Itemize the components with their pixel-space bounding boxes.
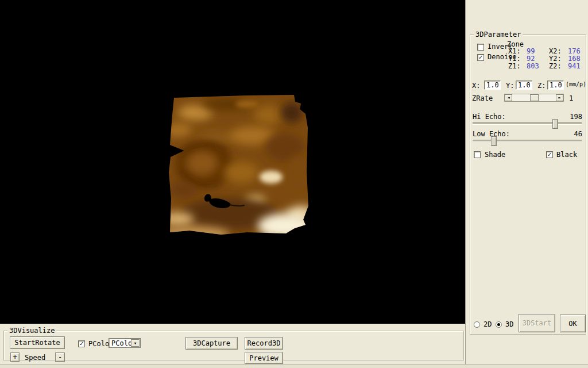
3dcapture-button[interactable]: 3DCapture [185,337,238,350]
zone-z1-label: Z1: [508,62,521,70]
radio-3d[interactable] [496,321,502,328]
zrate-left-arrow-icon[interactable]: ◄ [505,94,512,101]
render-viewport[interactable] [0,0,465,324]
speed-minus-button[interactable]: - [55,352,65,362]
zone-y2-value: 168 [568,55,581,63]
zone-z1-value: 803 [527,62,539,70]
zone-z2-value: 941 [568,62,581,70]
hi-echo-thumb[interactable] [552,119,558,129]
3dstart-button[interactable]: 3DStart [519,314,555,332]
black-checkbox[interactable]: ✓ [546,151,553,158]
app-window: { "colors": { "panel_bg": "#ece9d8", "vi… [0,0,588,368]
ultrasound-3d-render [0,0,465,324]
low-echo-thumb[interactable] [491,136,497,146]
invert-checkbox[interactable] [477,44,484,51]
low-echo-value: 46 [574,130,582,138]
zone-y1-value: 92 [527,55,535,63]
zrate-label: ZRate [472,94,493,102]
3dvisualize-groupbox: 3DVisualize StartRotate + Speed - ✓ PCol… [3,331,464,361]
scale-x-input[interactable] [484,80,501,90]
zone-y1-label: Y1: [508,55,521,63]
radio-2d[interactable] [474,321,480,328]
zrate-value: 1 [569,94,573,102]
denoise-checkbox[interactable]: ✓ [477,54,484,61]
speed-label: Speed [25,354,45,362]
shade-label: Shade [485,151,505,159]
zone-y2-label: Y2: [549,55,562,63]
radio-2d-label: 2D [483,320,492,328]
black-label: Black [556,151,577,159]
scale-unit-label: (mm/p) [566,81,586,87]
pcolor-combobox[interactable]: PColor ▼ [109,338,141,348]
zone-x1-value: 99 [527,47,535,55]
zone-x2-value: 176 [568,47,581,55]
zrate-right-arrow-icon[interactable]: ► [556,94,563,101]
preview-button[interactable]: Preview [245,352,283,364]
shade-checkbox[interactable] [474,151,481,158]
zone-x1-label: X1: [508,47,521,55]
3dvisualize-group-title: 3DVisualize [7,327,56,335]
pcolor-checkbox[interactable]: ✓ [78,340,85,347]
window-bottom-edge [0,364,588,368]
low-echo-slider[interactable] [473,140,582,142]
hi-echo-slider[interactable] [473,122,582,125]
scale-z-label: Z: [537,82,546,90]
zrate-thumb[interactable] [530,94,539,101]
start-rotate-button[interactable]: StartRotate [10,336,65,349]
zone-x2-label: X2: [549,47,562,55]
scale-z-input[interactable] [547,80,564,90]
chevron-down-icon[interactable]: ▼ [131,339,140,347]
radio-3d-label: 3D [505,320,513,328]
scale-y-input[interactable] [516,80,532,90]
zone-z2-label: Z2: [549,62,562,70]
3dparameter-group-title: 3DParameter [474,30,523,39]
speed-plus-button[interactable]: + [10,352,20,362]
record3d-button[interactable]: Record3D [245,337,283,350]
scale-x-label: X: [472,82,480,90]
hi-echo-label: Hi Echo: [473,113,506,121]
scale-y-label: Y: [506,82,514,90]
3dparameter-groupbox: 3DParameter Invert ✓ Denoise Zone X1: 99… [470,34,586,335]
parameter-panel: 3DParameter Invert ✓ Denoise Zone X1: 99… [465,0,588,368]
ok-button[interactable]: OK [560,315,586,332]
hi-echo-value: 198 [570,113,582,121]
zrate-scrollbar[interactable]: ◄ ► [504,94,564,102]
